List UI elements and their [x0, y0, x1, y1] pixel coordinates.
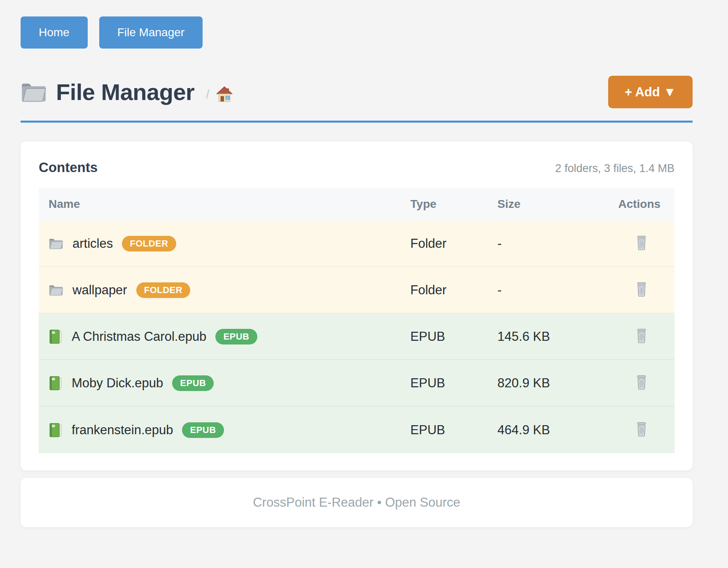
- footer-text: CrossPoint E-Reader • Open Source: [253, 495, 460, 510]
- page-title-group: File Manager /: [21, 79, 233, 105]
- size-cell: -: [488, 236, 608, 251]
- actions-cell: [608, 327, 674, 347]
- page-title: File Manager: [56, 79, 194, 105]
- table-row: A Christmas Carol.epub EPUB EPUB 145.6 K…: [39, 314, 674, 360]
- file-name-link[interactable]: frankenstein.epub: [72, 423, 173, 438]
- trash-icon: [635, 375, 648, 390]
- delete-button[interactable]: [634, 420, 649, 440]
- add-button[interactable]: + Add ▼: [608, 76, 693, 108]
- footer-card: CrossPoint E-Reader • Open Source: [21, 478, 693, 527]
- size-cell: -: [488, 283, 608, 298]
- trash-icon: [635, 235, 648, 251]
- name-cell: A Christmas Carol.epub EPUB: [39, 329, 401, 345]
- folder-name-link[interactable]: articles: [72, 236, 113, 251]
- trash-icon: [635, 422, 648, 437]
- contents-card: Contents 2 folders, 3 files, 1.4 MB Name…: [21, 142, 693, 470]
- size-cell: 464.9 KB: [488, 423, 608, 438]
- green-book-icon: [49, 329, 63, 344]
- table-row: articles FOLDER Folder -: [39, 221, 674, 267]
- delete-button[interactable]: [634, 327, 649, 347]
- folder-badge: FOLDER: [136, 282, 190, 298]
- size-cell: 820.9 KB: [488, 376, 608, 391]
- contents-summary: 2 folders, 3 files, 1.4 MB: [555, 162, 674, 175]
- file-name-link[interactable]: Moby Dick.epub: [72, 376, 163, 391]
- table-header-row: Name Type Size Actions: [39, 188, 674, 221]
- actions-cell: [608, 373, 674, 393]
- file-name-link[interactable]: A Christmas Carol.epub: [72, 329, 206, 344]
- table-row: wallpaper FOLDER Folder -: [39, 267, 674, 314]
- nav-file-manager-button[interactable]: File Manager: [99, 16, 203, 49]
- column-header-name: Name: [39, 198, 401, 211]
- breadcrumb-home[interactable]: [215, 80, 233, 105]
- folder-badge: FOLDER: [122, 236, 176, 251]
- type-cell: Folder: [401, 236, 488, 251]
- delete-button[interactable]: [634, 234, 649, 254]
- actions-cell: [608, 234, 674, 254]
- name-cell: wallpaper FOLDER: [39, 282, 401, 298]
- trash-icon: [635, 328, 648, 344]
- page: Home File Manager File Manager / + Add ▼…: [0, 0, 728, 568]
- folder-name-link[interactable]: wallpaper: [72, 283, 127, 298]
- house-icon: [215, 85, 233, 103]
- type-cell: Folder: [401, 283, 488, 298]
- table-row: Moby Dick.epub EPUB EPUB 820.9 KB: [39, 360, 674, 407]
- actions-cell: [608, 420, 674, 440]
- size-cell: 145.6 KB: [488, 329, 608, 344]
- epub-badge: EPUB: [172, 375, 214, 391]
- name-cell: frankenstein.epub EPUB: [39, 422, 401, 438]
- contents-title: Contents: [39, 160, 98, 175]
- name-cell: Moby Dick.epub EPUB: [39, 375, 401, 391]
- page-header: File Manager / + Add ▼: [21, 76, 693, 108]
- type-cell: EPUB: [401, 376, 488, 391]
- epub-badge: EPUB: [215, 329, 257, 345]
- actions-cell: [608, 280, 674, 300]
- contents-card-header: Contents 2 folders, 3 files, 1.4 MB: [39, 160, 674, 175]
- type-cell: EPUB: [401, 329, 488, 344]
- folder-icon: [49, 237, 63, 250]
- folder-icon: [21, 81, 47, 103]
- delete-button[interactable]: [634, 280, 649, 300]
- green-book-icon: [49, 423, 63, 438]
- top-nav: Home File Manager: [21, 16, 693, 49]
- title-divider: [21, 121, 693, 123]
- column-header-type: Type: [401, 198, 488, 211]
- nav-home-button[interactable]: Home: [21, 16, 88, 49]
- folder-icon: [49, 284, 63, 296]
- type-cell: EPUB: [401, 423, 488, 438]
- table-row: frankenstein.epub EPUB EPUB 464.9 KB: [39, 407, 674, 453]
- trash-icon: [635, 282, 648, 297]
- breadcrumb-separator: /: [206, 87, 209, 101]
- delete-button[interactable]: [634, 373, 649, 393]
- file-table: Name Type Size Actions articles FOLDER F…: [39, 188, 674, 453]
- column-header-actions: Actions: [608, 198, 674, 211]
- green-book-icon: [49, 376, 63, 391]
- epub-badge: EPUB: [182, 422, 224, 438]
- column-header-size: Size: [488, 198, 608, 211]
- name-cell: articles FOLDER: [39, 236, 401, 251]
